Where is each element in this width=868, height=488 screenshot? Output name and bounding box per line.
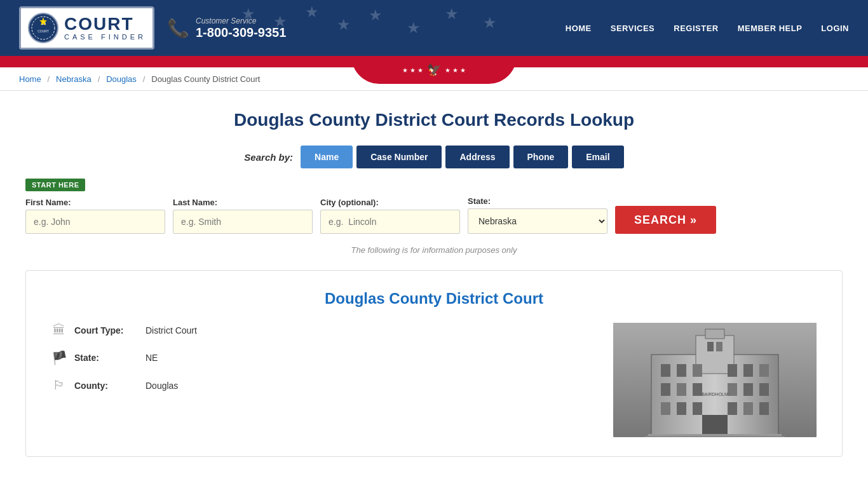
svg-rect-32	[645, 436, 785, 437]
court-info-card: Douglas County District Court 🏛 Court Ty…	[25, 270, 843, 457]
svg-rect-27	[759, 402, 769, 415]
court-type-value: District Court	[146, 325, 197, 336]
logo-court-label: COURT	[64, 15, 146, 33]
logo-case-finder-label: CASE FINDER	[64, 33, 146, 41]
breadcrumb-current: Douglas County District Court	[151, 74, 260, 84]
court-details-left: 🏛 Court Type: District Court 🏴 State: NE…	[51, 323, 613, 405]
tab-name[interactable]: Name	[301, 146, 353, 168]
deco-star: ★	[337, 16, 351, 34]
state-group: State: NebraskaAlabamaAlaskaArizonaArkan…	[468, 196, 607, 234]
svg-rect-17	[677, 383, 686, 396]
state-flag-icon: 🏴	[51, 350, 67, 365]
court-type-label: Court Type:	[74, 325, 138, 336]
phone-icon: 📞	[167, 18, 189, 39]
court-card-title: Douglas County District Court	[51, 290, 817, 308]
svg-text:BAIRDHOLM: BAIRDHOLM	[702, 392, 728, 396]
eagle-area: ★ ★ ★ 🦅 ★ ★ ★	[402, 63, 465, 77]
deco-star: ★	[445, 5, 459, 23]
svg-rect-26	[743, 402, 753, 415]
first-name-label: First Name:	[25, 198, 165, 207]
customer-service-block: 📞 Customer Service 1-800-309-9351	[167, 17, 286, 40]
customer-service-label: Customer Service	[196, 17, 286, 25]
svg-rect-13	[728, 364, 737, 377]
county-value: Douglas	[146, 381, 178, 391]
customer-service-phone: 1-800-309-9351	[196, 25, 286, 40]
search-button[interactable]: SEARCH »	[615, 206, 716, 234]
svg-rect-9	[705, 329, 724, 339]
eagle-icon: 🦅	[427, 63, 441, 77]
search-form: First Name: Last Name: City (optional): …	[25, 196, 843, 234]
breadcrumb-douglas[interactable]: Douglas	[106, 74, 137, 84]
svg-rect-18	[693, 383, 702, 396]
svg-rect-14	[743, 364, 753, 377]
site-logo[interactable]: ⚖ COURT COURT CASE FINDER	[19, 6, 154, 50]
svg-rect-29	[716, 342, 722, 351]
search-by-label: Search by:	[244, 152, 293, 163]
svg-rect-21	[759, 383, 769, 396]
svg-text:COURT: COURT	[37, 29, 49, 33]
svg-rect-15	[759, 364, 769, 377]
header-left: ⚖ COURT COURT CASE FINDER 📞 Customer Ser…	[19, 6, 286, 50]
customer-service-info: Customer Service 1-800-309-9351	[196, 17, 286, 40]
nav-register[interactable]: REGISTER	[674, 24, 718, 33]
first-name-group: First Name:	[25, 198, 165, 234]
nav-member-help[interactable]: MEMBER HELP	[738, 24, 803, 33]
nav-login[interactable]: LOGIN	[821, 24, 849, 33]
site-header: ★ ★ ★ ★ ★ ★ ★ ★ ⚖ COURT COURT CASE FINDE…	[0, 0, 868, 56]
stars-right: ★ ★ ★	[445, 67, 466, 74]
svg-rect-12	[693, 364, 702, 377]
logo-text: COURT CASE FINDER	[64, 15, 146, 41]
deco-star: ★	[369, 6, 383, 24]
nav-services[interactable]: SERVICES	[611, 24, 655, 33]
state-select[interactable]: NebraskaAlabamaAlaskaArizonaArkansasCali…	[468, 208, 607, 234]
tab-phone[interactable]: Phone	[513, 146, 569, 168]
deco-star: ★	[483, 14, 497, 32]
first-name-input[interactable]	[25, 210, 165, 234]
svg-rect-11	[677, 364, 686, 377]
page-title: Douglas County District Court Records Lo…	[25, 110, 843, 130]
svg-rect-16	[661, 383, 670, 396]
svg-rect-25	[728, 402, 737, 415]
ribbon-arch: ★ ★ ★ 🦅 ★ ★ ★	[351, 56, 517, 84]
svg-rect-10	[661, 364, 670, 377]
court-type-icon: 🏛	[51, 323, 67, 337]
tab-address[interactable]: Address	[445, 146, 509, 168]
banner-ribbon: ★ ★ ★ 🦅 ★ ★ ★	[0, 56, 868, 67]
breadcrumb-nebraska[interactable]: Nebraska	[56, 74, 92, 84]
nav-home[interactable]: HOME	[566, 24, 592, 33]
county-item: 🏳 County: Douglas	[51, 378, 613, 393]
breadcrumb-sep-2: /	[98, 74, 100, 84]
svg-rect-30	[702, 415, 728, 437]
svg-rect-23	[677, 402, 686, 415]
city-label: City (optional):	[320, 198, 460, 207]
county-flag-icon: 🏳	[51, 378, 67, 393]
search-by-row: Search by: Name Case Number Address Phon…	[25, 146, 843, 168]
state-value: NE	[146, 353, 158, 363]
seal-icon: ⚖ COURT	[27, 12, 59, 44]
svg-rect-28	[707, 342, 714, 351]
tab-email[interactable]: Email	[572, 146, 623, 168]
breadcrumb-sep-3: /	[143, 74, 146, 84]
info-text: The following is for information purpose…	[25, 245, 843, 255]
state-item: 🏴 State: NE	[51, 350, 613, 365]
svg-rect-24	[693, 402, 702, 415]
tab-case-number[interactable]: Case Number	[356, 146, 442, 168]
court-building-image: BAIRDHOLM	[613, 323, 817, 437]
deco-star: ★	[407, 19, 421, 37]
court-type-item: 🏛 Court Type: District Court	[51, 323, 613, 337]
last-name-input[interactable]	[173, 210, 313, 234]
breadcrumb-sep-1: /	[48, 74, 50, 84]
last-name-group: Last Name:	[173, 198, 313, 234]
city-input[interactable]	[320, 210, 460, 234]
deco-star: ★	[305, 3, 319, 21]
state-label-detail: State:	[74, 353, 138, 363]
city-group: City (optional):	[320, 198, 460, 234]
last-name-label: Last Name:	[173, 198, 313, 207]
svg-rect-22	[661, 402, 670, 415]
breadcrumb-home[interactable]: Home	[19, 74, 41, 84]
county-label: County:	[74, 381, 138, 391]
svg-rect-20	[743, 383, 753, 396]
building-svg: BAIRDHOLM	[613, 323, 817, 437]
svg-rect-19	[728, 383, 737, 396]
start-here-badge: START HERE	[25, 179, 85, 191]
